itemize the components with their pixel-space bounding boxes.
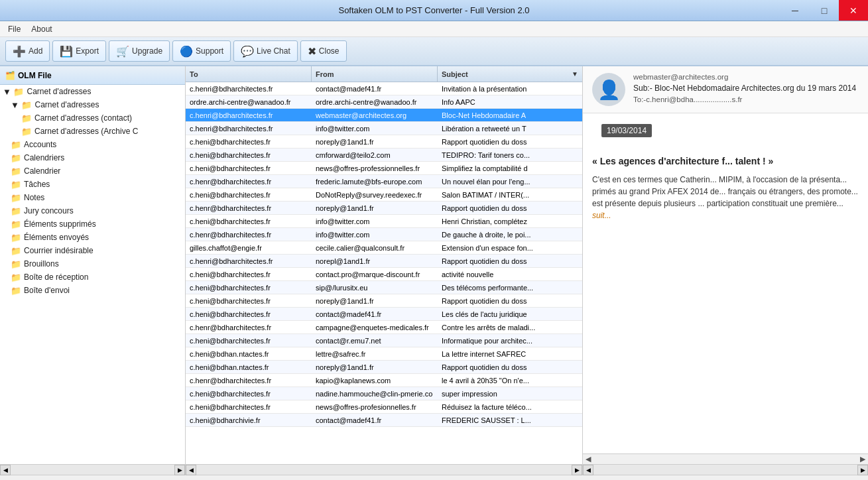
table-row[interactable]: c.henr@bdharchitectes.fr frederic.lamute… [186, 175, 582, 188]
sidebar-item-carnet-archive[interactable]: 📁 Carnet d'adresses (Archive C [0, 125, 185, 138]
folder-icon: 📁 [11, 246, 21, 256]
next-page-button[interactable]: ▶ [860, 455, 865, 463]
date-badge-container: 19/03/2014 [583, 113, 868, 148]
email-subject-cell: Des télécoms performante... [438, 284, 582, 292]
livechat-button[interactable]: 💬 Live Chat [233, 40, 298, 62]
table-row[interactable]: c.heni@bdharchitectes.fr noreply@1and1.f… [186, 135, 582, 149]
date-badge: 19/03/2014 [601, 124, 652, 137]
scroll-left-btn[interactable]: ◀ [0, 465, 11, 475]
table-row[interactable]: c.heni@bdharchitectes.fr contact@madef41… [186, 308, 582, 321]
folder-icon: 📁 [21, 127, 32, 137]
table-row[interactable]: c.heni@bdhan.ntactes.fr lettre@safrec.fr… [186, 347, 582, 361]
email-list: To From Subject ▼ c.henri@bdharchitectes… [186, 66, 583, 464]
col-header-to[interactable]: To [186, 66, 312, 82]
preview-to: To:-c.henri@bdha..................s.fr [633, 95, 859, 103]
sidebar-item-jury[interactable]: 📁 Jury concours [0, 204, 185, 217]
scroll-track[interactable] [11, 465, 174, 475]
table-row[interactable]: c.heni@bdharchitectes.fr info@twitter.co… [186, 215, 582, 228]
email-list-header: To From Subject ▼ [186, 66, 582, 82]
table-row[interactable]: ordre.archi-centre@wanadoo.fr ordre.arch… [186, 95, 582, 109]
table-row[interactable]: c.heni@bdharchitectes.fr news@offres-pro… [186, 162, 582, 175]
table-row[interactable]: c.heni@bdharchitectes.fr noreply@1and1.f… [186, 294, 582, 308]
sidebar-root-label: OLM File [18, 71, 52, 80]
table-row[interactable]: c.heni@bdharchitectes.fr news@offres-pro… [186, 400, 582, 414]
table-row[interactable]: gilles.chaffot@engie.fr cecile.calier@qu… [186, 241, 582, 255]
scroll-left-btn[interactable]: ◀ [583, 465, 593, 475]
support-button[interactable]: 🔵 Support [172, 40, 231, 62]
table-row[interactable]: c.henri@bdharchitectes.fr webmaster@arch… [186, 109, 582, 122]
sidebar-item-taches[interactable]: 📁 Tâches [0, 178, 185, 191]
scroll-left-btn[interactable]: ◀ [186, 465, 196, 475]
scroll-track[interactable] [196, 465, 572, 475]
add-button[interactable]: ➕ Add [5, 40, 50, 62]
table-row[interactable]: c.heni@bdharchitectes.fr DoNotReply@surv… [186, 188, 582, 202]
scroll-right-btn[interactable]: ▶ [857, 465, 868, 475]
preview-hscroll[interactable]: ◀ ▶ [583, 464, 868, 475]
email-to-cell: c.henr@bdharchitectes.fr [186, 377, 312, 385]
close-button[interactable]: ✖ Close [300, 40, 347, 62]
table-row[interactable]: c.heni@bdharchitectes.fr cmforward@teilo… [186, 149, 582, 162]
folder-icon: 📁 [11, 272, 21, 282]
preview-more-link[interactable]: suit... [592, 211, 611, 220]
sidebar-item-elements-supprimes[interactable]: 📁 Éléments supprimés [0, 217, 185, 231]
sidebar-item-carnet1[interactable]: ▼ 📁 Carnet d'adresses [0, 85, 185, 98]
email-hscroll[interactable]: ◀ ▶ [186, 464, 583, 475]
sidebar-item-elements-envoyes[interactable]: 📁 Éléments envoyés [0, 231, 185, 244]
table-row[interactable]: c.heni@bdhan.ntactes.fr noreply@1and1.fr… [186, 361, 582, 374]
close-window-button[interactable]: ✕ [839, 0, 868, 21]
sidebar-item-carnet2[interactable]: ▼ 📁 Carnet d'adresses [0, 98, 185, 111]
sidebar-item-brouillons[interactable]: 📁 Brouillons [0, 257, 185, 270]
folder-icon: 📁 [11, 140, 21, 150]
email-subject-cell: Henri Christian, complétez [438, 217, 582, 225]
email-from-cell: norepl@1and1.fr [312, 257, 438, 265]
email-to-cell: c.heni@bdharchitectes.fr [186, 390, 312, 398]
menu-about[interactable]: About [26, 23, 57, 35]
app-title: Softaken OLM to PST Converter - Full Ver… [338, 5, 529, 15]
email-from-cell: contact@madef41.fr [312, 85, 438, 93]
email-from-cell: info@twitter.com [312, 217, 438, 225]
sidebar-item-accounts[interactable]: 📁 Accounts [0, 138, 185, 151]
main-layout: 🗂️ OLM File ▼ 📁 Carnet d'adresses ▼ 📁 Ca… [0, 66, 868, 464]
sidebar-item-boite-reception[interactable]: 📁 Boîte de réception [0, 270, 185, 284]
folder-icon: 📁 [11, 180, 21, 190]
scroll-right-btn[interactable]: ▶ [572, 465, 582, 475]
scroll-track[interactable] [593, 465, 857, 475]
email-from-cell: info@twitter.com [312, 125, 438, 133]
sidebar-item-calendriers[interactable]: 📁 Calendriers [0, 151, 185, 164]
upgrade-button[interactable]: 🛒 Upgrade [109, 40, 170, 62]
table-row[interactable]: c.heni@bdharchivie.fr contact@madef41.fr… [186, 414, 582, 427]
sidebar-item-calendrier[interactable]: 📁 Calendrier [0, 164, 185, 178]
col-header-from[interactable]: From [312, 66, 438, 82]
sidebar-hscroll[interactable]: ◀ ▶ [0, 464, 186, 475]
table-row[interactable]: c.henr@bdharchitectes.fr kapio@kaplanews… [186, 374, 582, 387]
sidebar-item-boite-envoi[interactable]: 📁 Boîte d'envoi [0, 284, 185, 297]
scroll-right-btn[interactable]: ▶ [174, 465, 185, 475]
table-row[interactable]: c.henr@bdharchitectes.fr info@twitter.co… [186, 228, 582, 241]
email-to-cell: c.heni@bdharchitectes.fr [186, 403, 312, 411]
sidebar-item-carnet-contact[interactable]: 📁 Carnet d'adresses (contact) [0, 111, 185, 125]
restore-button[interactable]: □ [810, 0, 839, 21]
prev-page-button[interactable]: ◀ [586, 455, 591, 463]
export-button[interactable]: 💾 Export [52, 40, 106, 62]
support-icon: 🔵 [180, 45, 193, 58]
table-row[interactable]: c.henr@bdharchitectes.fr noreply@1and1.f… [186, 202, 582, 215]
email-to-cell: c.heni@bdharchitectes.fr [186, 138, 312, 146]
email-to-cell: c.heni@bdharchitectes.fr [186, 310, 312, 318]
table-row[interactable]: c.heni@bdharchitectes.fr sip@/lurusitx.e… [186, 281, 582, 294]
preview-from: webmaster@architectes.org [633, 73, 859, 81]
email-from-cell: news@offres-profesionnelles.fr [312, 403, 438, 411]
sidebar-item-notes[interactable]: 📁 Notes [0, 191, 185, 204]
table-row[interactable]: c.heni@bdharchitectes.fr contact.pro@mar… [186, 268, 582, 281]
table-row[interactable]: c.henri@bdharchitectes.fr contact@madef4… [186, 82, 582, 95]
table-row[interactable]: c.heni@bdharchitectes.fr contact@r.emu7.… [186, 334, 582, 347]
table-row[interactable]: c.henri@bdharchitectes.fr info@twitter.c… [186, 122, 582, 135]
sidebar-item-courrier[interactable]: 📁 Courrier indésirable [0, 244, 185, 257]
col-header-subject[interactable]: Subject ▼ [438, 66, 582, 82]
menu-file[interactable]: File [3, 23, 26, 35]
email-to-cell: c.heni@bdhan.ntactes.fr [186, 350, 312, 358]
minimize-button[interactable]: ─ [780, 0, 810, 21]
table-row[interactable]: c.henr@bdharchitectes.fr campagne@enquet… [186, 321, 582, 334]
email-to-cell: c.heni@bdharchitectes.fr [186, 337, 312, 345]
table-row[interactable]: c.henri@bdharchitectes.fr norepl@1and1.f… [186, 255, 582, 268]
table-row[interactable]: c.heni@bdharchitectes.fr nadine.hammouch… [186, 387, 582, 400]
